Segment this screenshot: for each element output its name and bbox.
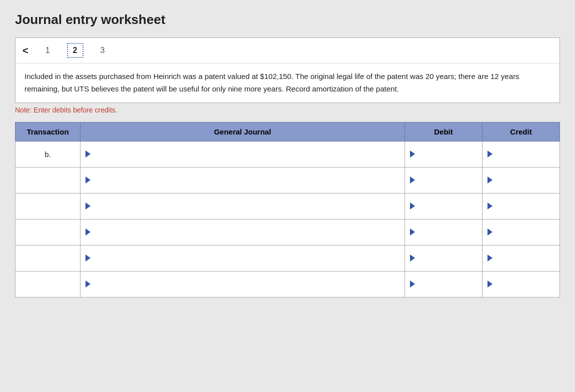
debit-cell-5[interactable]: [405, 271, 482, 297]
transaction-cell-0: b.: [16, 141, 80, 167]
journal-cell-0[interactable]: [80, 141, 405, 167]
arrow-icon: [86, 202, 90, 210]
debit-input-1[interactable]: [417, 176, 475, 184]
arrow-icon: [488, 150, 492, 158]
arrow-icon: [410, 202, 415, 210]
arrow-icon: [488, 254, 492, 262]
journal-input-5[interactable]: [92, 280, 398, 288]
arrow-icon: [488, 280, 492, 288]
transaction-cell-5: [16, 271, 80, 297]
debit-cell-1[interactable]: [405, 167, 482, 193]
col-header-general-journal: General Journal: [80, 122, 405, 141]
credit-cell-1[interactable]: [482, 167, 560, 193]
transaction-cell-2: [16, 193, 80, 219]
credit-input-3[interactable]: [494, 228, 552, 236]
debit-cell-3[interactable]: [405, 219, 482, 245]
table-row: [16, 167, 560, 193]
credit-input-1[interactable]: [494, 176, 552, 184]
arrow-icon: [86, 150, 90, 158]
credit-cell-3[interactable]: [482, 219, 560, 245]
debit-input-3[interactable]: [417, 228, 475, 236]
table-row: [16, 245, 560, 271]
tab-2[interactable]: 2: [67, 43, 84, 58]
credit-cell-5[interactable]: [482, 271, 560, 297]
table-row: [16, 193, 560, 219]
arrow-icon: [86, 228, 90, 236]
credit-input-5[interactable]: [494, 280, 552, 288]
journal-cell-5[interactable]: [80, 271, 405, 297]
debit-input-5[interactable]: [417, 280, 475, 288]
debit-input-4[interactable]: [417, 254, 475, 262]
arrow-icon: [86, 176, 90, 184]
arrow-icon: [410, 228, 415, 236]
journal-input-4[interactable]: [92, 254, 398, 262]
nav-section: < 1 2 3: [15, 38, 560, 63]
debit-cell-2[interactable]: [405, 193, 482, 219]
page-title: Journal entry worksheet: [15, 12, 560, 28]
transaction-cell-1: [16, 167, 80, 193]
arrow-icon: [86, 254, 90, 262]
transaction-cell-4: [16, 245, 80, 271]
tab-3[interactable]: 3: [96, 44, 110, 57]
table-row: b.: [16, 141, 560, 167]
arrow-icon: [410, 254, 415, 262]
arrow-icon: [488, 228, 492, 236]
arrow-icon: [488, 202, 492, 210]
journal-table: Transaction General Journal Debit Credit…: [15, 122, 560, 298]
debit-cell-4[interactable]: [405, 245, 482, 271]
debit-input-2[interactable]: [417, 202, 475, 210]
nav-row: < 1 2 3: [22, 43, 552, 58]
journal-input-2[interactable]: [92, 202, 398, 210]
journal-cell-4[interactable]: [80, 245, 405, 271]
credit-input-4[interactable]: [494, 254, 552, 262]
credit-cell-0[interactable]: [482, 141, 560, 167]
prev-arrow[interactable]: <: [22, 45, 28, 56]
note-text: Note: Enter debits before credits.: [15, 106, 560, 114]
credit-cell-2[interactable]: [482, 193, 560, 219]
description-text: Included in the assets purchased from He…: [24, 70, 550, 96]
arrow-icon: [410, 280, 415, 288]
col-header-transaction: Transaction: [16, 122, 80, 141]
table-row: [16, 271, 560, 297]
debit-cell-0[interactable]: [405, 141, 482, 167]
arrow-icon: [488, 176, 492, 184]
journal-cell-1[interactable]: [80, 167, 405, 193]
journal-cell-3[interactable]: [80, 219, 405, 245]
col-header-credit: Credit: [482, 122, 560, 141]
journal-input-0[interactable]: [92, 150, 398, 158]
col-header-debit: Debit: [405, 122, 482, 141]
debit-input-0[interactable]: [417, 150, 475, 158]
credit-input-2[interactable]: [494, 202, 552, 210]
arrow-icon: [410, 150, 415, 158]
description-box: Included in the assets purchased from He…: [15, 63, 560, 103]
tab-1[interactable]: 1: [40, 44, 55, 57]
arrow-icon: [410, 176, 415, 184]
table-row: [16, 219, 560, 245]
credit-cell-4[interactable]: [482, 245, 560, 271]
journal-input-1[interactable]: [92, 176, 398, 184]
transaction-cell-3: [16, 219, 80, 245]
journal-cell-2[interactable]: [80, 193, 405, 219]
arrow-icon: [86, 280, 90, 288]
credit-input-0[interactable]: [494, 150, 552, 158]
journal-input-3[interactable]: [92, 228, 398, 236]
